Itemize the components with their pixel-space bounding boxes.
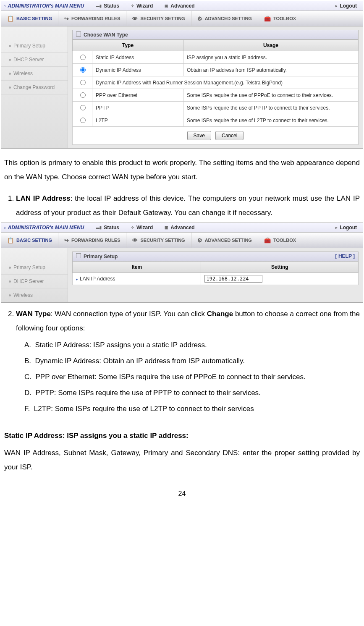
tab-toolbox[interactable]: 🧰TOOLBOX <box>258 11 302 26</box>
tab-security-setting[interactable]: 👁SECURITY SETTING <box>126 11 191 26</box>
tab-advanced-setting[interactable]: ⚙ADVANCED SETTING <box>191 11 258 26</box>
square-icon <box>76 31 81 37</box>
table-row: PPP over Ethernet Some ISPs require the … <box>73 89 359 102</box>
advanced-link[interactable]: ▣Advanced <box>159 225 200 230</box>
tab-advanced-setting[interactable]: ⚙ADVANCED SETTING <box>191 233 258 248</box>
radio-pppoe[interactable] <box>80 92 86 98</box>
page-number: 24 <box>0 482 364 502</box>
cell-setting <box>201 273 359 285</box>
sidebar-item-wireless[interactable]: Wireless <box>1 67 68 81</box>
static-ip-paragraph: WAN IP Address, Subnet Mask, Gateway, Pr… <box>4 446 360 474</box>
radio-dynamic-ip-roadrunner[interactable] <box>80 80 86 85</box>
cancel-button[interactable]: Cancel <box>215 131 244 140</box>
th-type: Type <box>73 40 183 51</box>
bullet-icon <box>9 294 11 296</box>
cell-item: ▸LAN IP Address <box>73 273 201 285</box>
tab-forwarding-rules[interactable]: ↪FORWARDING RULES <box>58 11 127 26</box>
status-label: Status <box>104 3 119 9</box>
sidebar-item-label: Wireless <box>13 292 33 298</box>
main-panel: Choose WAN Type Type Usage Static IP Add… <box>68 26 363 148</box>
status-icon: ▬▮ <box>96 4 102 8</box>
wizard-icon: ✧ <box>131 225 134 230</box>
logout-label: Logout <box>340 225 357 230</box>
cell-type: L2TP <box>92 114 183 127</box>
wan-type-table: Type Usage Static IP Address ISP assigns… <box>72 39 359 127</box>
adv-icon: ⚙ <box>197 237 202 244</box>
sidebar-item-dhcp-server[interactable]: DHCP Server <box>1 53 68 67</box>
sidebar-item-change-password[interactable]: Change Password <box>1 81 68 94</box>
tab-basic-setting[interactable]: 📋BASIC SETTING <box>1 11 58 26</box>
advanced-label: Advanced <box>170 225 194 230</box>
sub-b-text: Dynamic IP Address: Obtain an IP address… <box>35 357 245 365</box>
adv-icon: ⚙ <box>197 16 202 22</box>
logout-link[interactable]: ▸Logout <box>330 3 363 9</box>
sidebar-item-dhcp-server[interactable]: DHCP Server <box>1 275 68 288</box>
tab-bar: 📋BASIC SETTING ↪FORWARDING RULES 👁SECURI… <box>1 233 363 248</box>
radio-dynamic-ip[interactable] <box>80 67 86 73</box>
advanced-link[interactable]: ▣Advanced <box>159 3 200 9</box>
sidebar-item-label: Primary Setup <box>13 265 45 270</box>
tab-security-setting[interactable]: 👁SECURITY SETTING <box>126 233 191 248</box>
cell-type: Static IP Address <box>92 51 183 64</box>
doc-body-2: WAN Type: WAN connection type of your IS… <box>0 307 364 474</box>
tab-basic-setting[interactable]: 📋BASIC SETTING <box>1 233 58 248</box>
bold-change: Change <box>207 310 233 318</box>
panel-title-text: Choose WAN Type <box>84 32 128 38</box>
intro-paragraph: This option is primary to enable this pr… <box>4 156 360 184</box>
list-item-wan-type: WAN Type: WAN connection type of your IS… <box>16 307 360 335</box>
status-link[interactable]: ▬▮Status <box>90 225 125 230</box>
sidebar-item-wireless[interactable]: Wireless <box>1 288 68 302</box>
tab-toolbox[interactable]: 🧰TOOLBOX <box>258 233 302 248</box>
cell-type-span: Dynamic IP Address with Road Runner Sess… <box>92 76 359 89</box>
cell-usage: ISP assigns you a static IP address. <box>183 51 359 64</box>
help-link[interactable]: [ HELP ] <box>335 253 355 259</box>
router-admin-ui-2: ▫ ADMINISTRATOR's MAIN MENU ▬▮Status ✧Wi… <box>1 223 363 303</box>
tab-toolbox-label: TOOLBOX <box>273 16 296 21</box>
th-item: Item <box>73 262 201 273</box>
triangle-icon: ▸ <box>76 277 78 281</box>
panel-title-text: Primary Setup <box>84 254 118 259</box>
li2-rest: : WAN connection type of your ISP. You c… <box>51 310 207 318</box>
advanced-icon: ▣ <box>165 225 168 230</box>
wizard-link[interactable]: ✧Wizard <box>125 3 159 9</box>
lan-ip-input[interactable] <box>204 275 262 283</box>
radio-pptp[interactable] <box>80 105 86 110</box>
logout-link[interactable]: ▸Logout <box>330 225 363 230</box>
forwarding-icon: ↪ <box>64 237 69 244</box>
toolbox-icon: 🧰 <box>264 237 271 244</box>
wizard-label: Wizard <box>136 3 153 9</box>
sidebar-item-primary-setup[interactable]: Primary Setup <box>1 261 68 275</box>
wizard-link[interactable]: ✧Wizard <box>125 225 159 230</box>
tab-basic-label: BASIC SETTING <box>16 238 52 243</box>
title-text: ADMINISTRATOR's MAIN MENU <box>8 3 84 9</box>
sidebar-item-primary-setup[interactable]: Primary Setup <box>1 39 68 53</box>
sidebar: Primary Setup DHCP Server Wireless <box>1 248 68 302</box>
top-menu-bar: ▫ ADMINISTRATOR's MAIN MENU ▬▮Status ✧Wi… <box>1 1 363 11</box>
status-label: Status <box>104 225 119 230</box>
status-link[interactable]: ▬▮Status <box>90 3 125 9</box>
tab-forwarding-rules[interactable]: ↪FORWARDING RULES <box>58 233 127 248</box>
security-icon: 👁 <box>132 237 138 244</box>
sub-a-text: Static IP Address: ISP assigns you a sta… <box>35 341 207 349</box>
admin-main-menu-title: ▫ ADMINISTRATOR's MAIN MENU <box>1 3 90 9</box>
menu-icon: ▫ <box>4 225 6 231</box>
sub-f-text: L2TP: Some ISPs require the use of L2TP … <box>34 405 254 413</box>
advanced-icon: ▣ <box>165 4 168 8</box>
admin-main-menu-title: ▫ ADMINISTRATOR's MAIN MENU <box>1 225 90 231</box>
save-button[interactable]: Save <box>187 131 211 140</box>
sub-d-text: PPTP: Some ISPs require the use of PPTP … <box>35 389 260 397</box>
tab-bar: 📋BASIC SETTING ↪FORWARDING RULES 👁SECURI… <box>1 11 363 26</box>
radio-l2tp[interactable] <box>80 118 86 123</box>
table-row: PPTP Some ISPs require the use of PPTP t… <box>73 102 359 114</box>
status-icon: ▬▮ <box>96 225 102 230</box>
tab-advanced-label: ADVANCED SETTING <box>205 16 252 21</box>
sub-item-c: C. PPP over Ethernet: Some ISPs require … <box>24 370 360 384</box>
button-row: Save Cancel <box>72 127 359 145</box>
th-setting: Setting <box>201 262 359 273</box>
cell-usage: Some ISPs require the use of PPPoE to co… <box>183 89 359 102</box>
basic-icon: 📋 <box>7 237 14 244</box>
bullet-icon <box>9 45 11 47</box>
forwarding-icon: ↪ <box>64 16 69 22</box>
radio-static-ip[interactable] <box>80 55 86 60</box>
cell-type: PPTP <box>92 102 183 114</box>
